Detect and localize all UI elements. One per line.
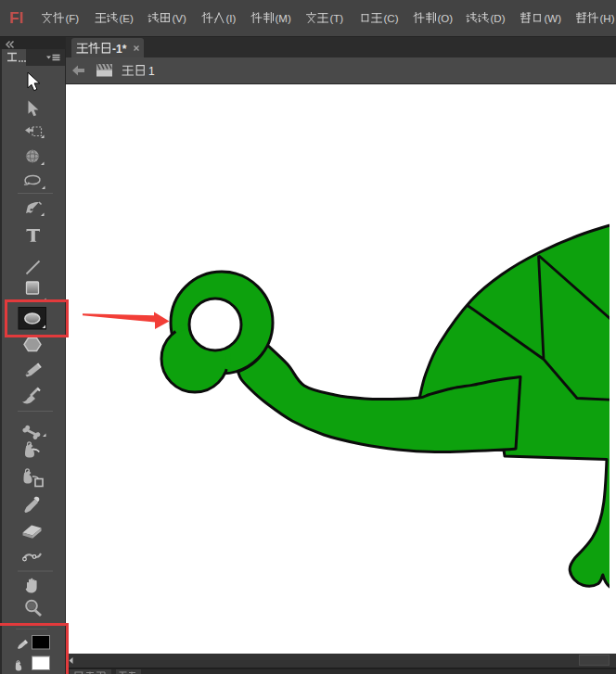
svg-text:(I): (I) <box>226 13 237 24</box>
svg-text:(M): (M) <box>276 13 291 24</box>
svg-text:(D): (D) <box>491 13 506 24</box>
svg-text:1: 1 <box>148 65 155 78</box>
svg-text:Fl: Fl <box>9 9 23 27</box>
svg-text:(F): (F) <box>66 13 80 24</box>
svg-text:-1*: -1* <box>112 43 127 56</box>
svg-text:(W): (W) <box>545 13 562 24</box>
svg-text:(H): (H) <box>600 13 615 24</box>
svg-text:(O): (O) <box>438 13 454 24</box>
svg-text:(E): (E) <box>120 13 135 24</box>
svg-text:(T): (T) <box>330 13 344 24</box>
svg-text:(C): (C) <box>384 13 399 24</box>
svg-text:(V): (V) <box>173 13 187 24</box>
